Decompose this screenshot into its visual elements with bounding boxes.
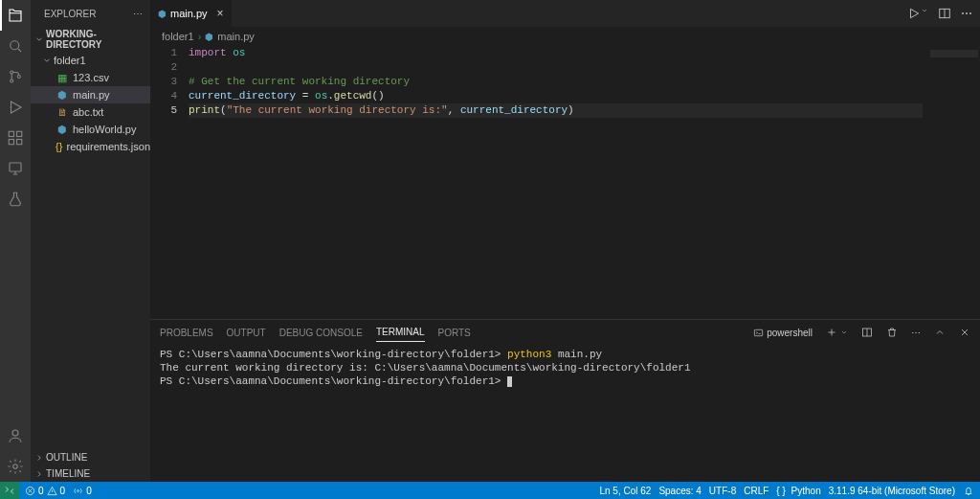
- editor-area: ⬢ main.py × ⋯ folder1 › ⬢ main.py: [150, 0, 980, 482]
- svg-rect-4: [9, 131, 13, 136]
- tree-file[interactable]: ▦ 123.csv: [31, 69, 150, 86]
- svg-point-10: [13, 465, 18, 469]
- remote-icon[interactable]: [0, 482, 19, 499]
- status-indentation[interactable]: Spaces: 4: [658, 486, 701, 496]
- settings-icon[interactable]: [0, 451, 31, 482]
- tree-file[interactable]: ⬢ main.py: [31, 86, 150, 103]
- status-eol[interactable]: CRLF: [744, 486, 768, 496]
- panel-tabs: PROBLEMS OUTPUT DEBUG CONSOLE TERMINAL P…: [150, 320, 980, 345]
- timeline-label: TIMELINE: [46, 468, 90, 479]
- terminal-cursor: [507, 376, 512, 387]
- code-lines[interactable]: import os # Get the current working dire…: [189, 46, 980, 319]
- minimap[interactable]: [923, 46, 980, 319]
- status-bar: 0 0 0 Ln 5, Col 62 Spaces: 4 UTF-8 CRLF …: [0, 482, 980, 499]
- more-icon[interactable]: ⋯: [911, 328, 921, 338]
- svg-point-2: [11, 79, 13, 82]
- explorer-icon[interactable]: [0, 0, 31, 31]
- accounts-icon[interactable]: [0, 420, 31, 451]
- breadcrumb[interactable]: folder1 › ⬢ main.py: [150, 27, 980, 46]
- breadcrumb-seg: folder1: [162, 31, 194, 42]
- more-icon[interactable]: ⋯: [961, 7, 972, 20]
- tab-output[interactable]: OUTPUT: [227, 324, 266, 342]
- outline-section[interactable]: OUTLINE: [31, 449, 150, 465]
- run-icon[interactable]: [907, 7, 928, 20]
- maximize-panel-icon[interactable]: [934, 327, 946, 338]
- svg-point-3: [17, 76, 20, 79]
- tree-folder[interactable]: folder1: [31, 52, 150, 69]
- extensions-icon[interactable]: [0, 123, 31, 153]
- chevron-right-icon: [34, 469, 44, 479]
- tree-file[interactable]: ⬢ helloWorld.py: [31, 121, 150, 138]
- svg-point-9: [12, 430, 18, 436]
- file-label: abc.txt: [73, 106, 103, 118]
- status-radio[interactable]: 0: [73, 486, 92, 496]
- status-language[interactable]: { } Python: [776, 486, 820, 496]
- sidebar: EXPLORER ⋯ WORKING-DIRECTORY folder1 ▦ 1…: [31, 0, 150, 482]
- text-icon: 🗎: [56, 106, 69, 118]
- run-debug-icon[interactable]: [0, 92, 31, 123]
- file-label: requirements.json: [67, 141, 150, 152]
- svg-point-15: [78, 489, 79, 491]
- testing-icon[interactable]: [0, 184, 31, 215]
- sidebar-header: EXPLORER ⋯: [31, 0, 150, 27]
- python-icon: ⬢: [205, 32, 213, 42]
- remote-explorer-icon[interactable]: [0, 153, 31, 184]
- svg-rect-12: [755, 329, 763, 335]
- sidebar-title: EXPLORER: [44, 9, 96, 19]
- split-terminal-icon[interactable]: [861, 327, 873, 338]
- svg-rect-5: [17, 131, 22, 136]
- chevron-down-icon: [34, 34, 44, 44]
- file-label: main.py: [73, 89, 110, 101]
- folder-label: folder1: [54, 55, 86, 66]
- close-panel-icon[interactable]: [959, 327, 970, 338]
- notifications-icon[interactable]: [963, 485, 974, 496]
- sidebar-more-icon[interactable]: ⋯: [133, 9, 143, 19]
- line-number-gutter: 1 2 3 4 5: [150, 46, 189, 319]
- svg-point-1: [11, 71, 13, 74]
- tree-file[interactable]: {} requirements.json: [31, 138, 150, 155]
- tab-debug-console[interactable]: DEBUG CONSOLE: [279, 324, 363, 342]
- tree-file[interactable]: 🗎 abc.txt: [31, 103, 150, 121]
- breadcrumb-seg: main.py: [217, 31, 255, 42]
- status-encoding[interactable]: UTF-8: [709, 486, 736, 496]
- svg-rect-7: [17, 140, 22, 145]
- file-label: helloWorld.py: [73, 124, 136, 135]
- tabs-bar: ⬢ main.py × ⋯: [150, 0, 980, 27]
- svg-rect-8: [10, 163, 21, 171]
- tab-terminal[interactable]: TERMINAL: [376, 323, 425, 342]
- tab-ports[interactable]: PORTS: [438, 324, 471, 342]
- bottom-panel: PROBLEMS OUTPUT DEBUG CONSOLE TERMINAL P…: [150, 319, 980, 482]
- activity-bar: [0, 0, 31, 482]
- python-icon: ⬢: [56, 124, 69, 136]
- split-editor-icon[interactable]: [938, 7, 951, 20]
- workspace-header[interactable]: WORKING-DIRECTORY: [31, 27, 150, 52]
- svg-rect-6: [9, 140, 13, 145]
- timeline-section[interactable]: TIMELINE: [31, 465, 150, 482]
- status-interpreter[interactable]: 3.11.9 64-bit (Microsoft Store): [829, 486, 955, 496]
- python-icon: ⬢: [158, 9, 167, 19]
- terminal[interactable]: PS C:\Users\aamna\Documents\working-dire…: [150, 345, 980, 482]
- new-terminal-icon[interactable]: [826, 327, 848, 338]
- chevron-right-icon: ›: [198, 31, 202, 42]
- workspace-name: WORKING-DIRECTORY: [46, 29, 146, 50]
- search-icon[interactable]: [0, 31, 31, 61]
- status-cursor-pos[interactable]: Ln 5, Col 62: [599, 486, 651, 496]
- tab-problems[interactable]: PROBLEMS: [160, 324, 213, 342]
- python-icon: ⬢: [56, 89, 69, 102]
- outline-label: OUTLINE: [46, 452, 87, 463]
- source-control-icon[interactable]: [0, 61, 31, 92]
- json-icon: {}: [56, 141, 63, 152]
- close-icon[interactable]: ×: [217, 7, 224, 20]
- kill-terminal-icon[interactable]: [886, 327, 898, 338]
- file-label: 123.csv: [73, 72, 109, 83]
- chevron-right-icon: [34, 453, 44, 463]
- status-errors[interactable]: 0 0: [25, 486, 65, 496]
- csv-icon: ▦: [56, 72, 69, 84]
- tab-main-py[interactable]: ⬢ main.py ×: [150, 0, 233, 27]
- code-editor[interactable]: 1 2 3 4 5 import os # Get the current wo…: [150, 46, 980, 319]
- terminal-shell-selector[interactable]: powershell: [753, 328, 813, 338]
- chevron-down-icon: [42, 56, 54, 65]
- svg-point-0: [11, 41, 19, 50]
- tab-label: main.py: [170, 8, 208, 19]
